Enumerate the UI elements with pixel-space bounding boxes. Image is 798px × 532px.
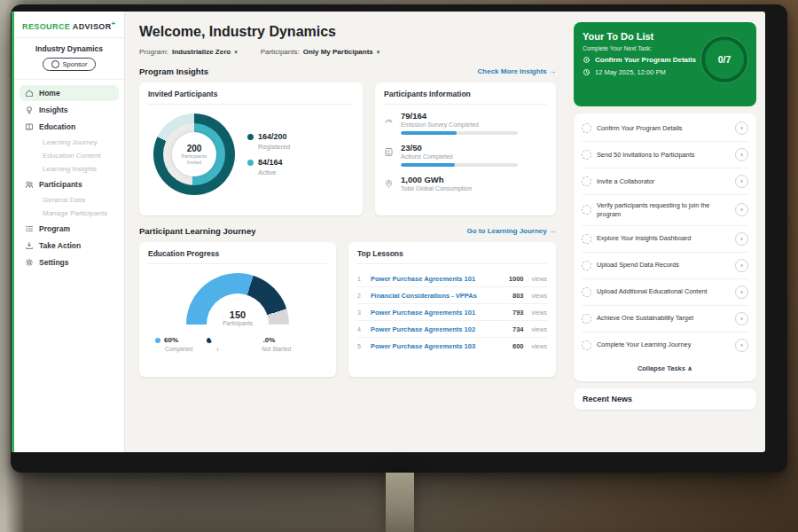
- chevron-right-icon[interactable]: ›: [735, 148, 748, 161]
- insights-icon: [25, 106, 34, 114]
- checklist-icon: [384, 145, 394, 154]
- actions-progress-fill: [401, 163, 455, 167]
- program-value: Industrialize Zero: [172, 48, 231, 56]
- collapse-label: Collapse Tasks: [638, 364, 685, 372]
- check-more-insights-link[interactable]: Check More Insights →: [478, 67, 556, 75]
- sidebar-item-settings[interactable]: Settings: [20, 254, 119, 270]
- sidebar-item-label: Take Action: [39, 241, 81, 250]
- participants-dropdown[interactable]: Participants: Only My Participants ▾: [261, 48, 380, 56]
- sponsor-label: Sponsor: [63, 60, 88, 68]
- lesson-link[interactable]: Power Purchase Agreements 103: [371, 342, 506, 350]
- sidebar-item-education[interactable]: Education: [20, 119, 119, 135]
- sidebar-item-education-content[interactable]: Education Content: [20, 149, 119, 162]
- sidebar-item-label: Program: [39, 224, 70, 233]
- task-row[interactable]: Confirm Your Program Details ›: [582, 115, 748, 142]
- task-label: Upload Spend Data Records: [597, 261, 730, 270]
- recent-news-card: Recent News: [574, 388, 756, 410]
- chevron-right-icon[interactable]: ›: [735, 339, 748, 352]
- sidebar-item-general-data[interactable]: General Data: [20, 193, 119, 207]
- sidebar-item-learning-insights[interactable]: Learning Insights: [20, 162, 119, 176]
- card-title: Education Progress: [148, 249, 327, 264]
- actions-label: Actions Completed: [401, 153, 518, 160]
- lesson-link[interactable]: Power Purchase Agreements 102: [371, 325, 506, 333]
- task-label: Send 50 Invitations to Participants: [597, 151, 730, 160]
- chevron-down-icon: ▾: [377, 49, 380, 56]
- gauge-label: Participants: [186, 320, 289, 326]
- lesson-row: 2 Financial Considerations - VPPAs 803vi…: [357, 287, 547, 304]
- org-name: Industry Dynamics: [18, 44, 121, 53]
- list-icon: [25, 224, 34, 233]
- chevron-right-icon[interactable]: ›: [735, 259, 748, 272]
- completed-label: Completed: [165, 346, 192, 352]
- active-value: 84/164: [258, 158, 283, 167]
- task-row[interactable]: Verify participants requesting to join t…: [582, 195, 748, 226]
- views-label: views: [531, 343, 547, 349]
- chevron-right-icon[interactable]: ›: [735, 203, 748, 216]
- sidebar-item-home[interactable]: Home: [20, 85, 119, 101]
- task-row[interactable]: Complete Your Learning Journey ›: [582, 332, 748, 358]
- chevron-right-icon[interactable]: ›: [735, 312, 748, 325]
- invited-total-label: Participants Invited: [176, 153, 212, 165]
- lesson-link[interactable]: Power Purchase Agreements 101: [371, 275, 503, 283]
- sidebar: RESOURCE ADVISOR+ Industry Dynamics Spon…: [12, 12, 125, 452]
- chevron-right-icon[interactable]: ›: [735, 175, 748, 188]
- task-row[interactable]: Upload Spend Data Records ›: [582, 253, 748, 279]
- participants-value: Only My Participants: [303, 48, 373, 56]
- sponsor-badge[interactable]: Sponsor: [43, 58, 97, 71]
- recent-news-heading: Recent News: [583, 395, 632, 403]
- lesson-views: 803: [512, 292, 524, 300]
- sidebar-item-label: Home: [39, 89, 60, 98]
- chevron-right-icon[interactable]: ›: [735, 286, 748, 299]
- lesson-link[interactable]: Power Purchase Agreements 101: [371, 309, 506, 317]
- task-status-icon: [582, 261, 591, 270]
- sidebar-item-manage-participants[interactable]: Manage Participants: [20, 207, 119, 220]
- task-status-icon: [582, 340, 591, 350]
- registered-dot: [247, 134, 254, 140]
- task-row[interactable]: Invite a Collaborator ›: [582, 168, 748, 195]
- task-row[interactable]: Send 50 Invitations to Participants ›: [582, 142, 748, 168]
- sponsor-icon: [51, 60, 59, 68]
- program-dropdown[interactable]: Program: Industrialize Zero ▾: [139, 48, 238, 56]
- monitor-stand: [386, 473, 414, 532]
- task-status-icon: [582, 176, 591, 186]
- sidebar-item-program[interactable]: Program: [20, 221, 119, 237]
- registered-value: 164/200: [258, 132, 287, 141]
- collapse-tasks-button[interactable]: Collapse Tasks ∧: [582, 358, 748, 379]
- education-gauge: 150 Participants: [186, 273, 289, 325]
- task-label: Invite a Collaborator: [597, 177, 730, 186]
- logo-resource: RESOURCE: [22, 22, 70, 31]
- task-row[interactable]: Upload Additional Educational Content ›: [582, 279, 748, 306]
- task-label: Confirm Your Program Details: [597, 124, 730, 133]
- task-row[interactable]: Explore Your Insights Dashboard ›: [582, 226, 748, 253]
- lesson-views: 600: [512, 342, 524, 350]
- chevron-right-icon[interactable]: ›: [735, 121, 748, 135]
- survey-label: Emission Survey Completed: [401, 121, 518, 128]
- sidebar-item-learning-journey[interactable]: Learning Journey: [20, 136, 119, 149]
- clock-icon: [583, 68, 591, 76]
- actions-value: 23/50: [401, 143, 518, 153]
- section-title: Participant Learning Journey: [139, 226, 255, 236]
- todo-next-task[interactable]: Confirm Your Program Details: [583, 56, 711, 64]
- survey-progress-track: [401, 131, 518, 135]
- sidebar-nav: Home Insights Education Learning Journey…: [14, 80, 124, 276]
- gauge-meter-icon: [384, 113, 394, 122]
- completed-dot: [155, 338, 160, 343]
- task-label: Upload Additional Educational Content: [597, 287, 730, 296]
- lesson-link[interactable]: Financial Considerations - VPPAs: [371, 292, 506, 300]
- chevron-right-icon[interactable]: ›: [735, 232, 748, 246]
- main-content: Welcome, Industry Dynamics Program: Indu…: [125, 12, 568, 452]
- task-row[interactable]: Achieve One Sustainability Target ›: [582, 306, 748, 332]
- invited-donut: 200 Participants Invited: [153, 113, 235, 195]
- pin-icon: [384, 176, 394, 186]
- go-to-learning-journey-link[interactable]: Go to Learning Journey →: [467, 227, 556, 235]
- education-gauge-center: 150 Participants: [186, 309, 289, 326]
- completed-pct: 60%: [164, 336, 178, 344]
- chevron-up-icon: ∧: [687, 364, 692, 372]
- sidebar-item-participants[interactable]: Participants: [20, 176, 119, 192]
- task-status-icon: [582, 287, 591, 297]
- sidebar-item-insights[interactable]: Insights: [20, 102, 119, 118]
- dashboard-screen: RESOURCE ADVISOR+ Industry Dynamics Spon…: [12, 12, 765, 452]
- sidebar-item-label: Insights: [39, 106, 68, 114]
- sidebar-item-take-action[interactable]: Take Action: [20, 238, 119, 254]
- logo-advisor: ADVISOR: [73, 22, 112, 31]
